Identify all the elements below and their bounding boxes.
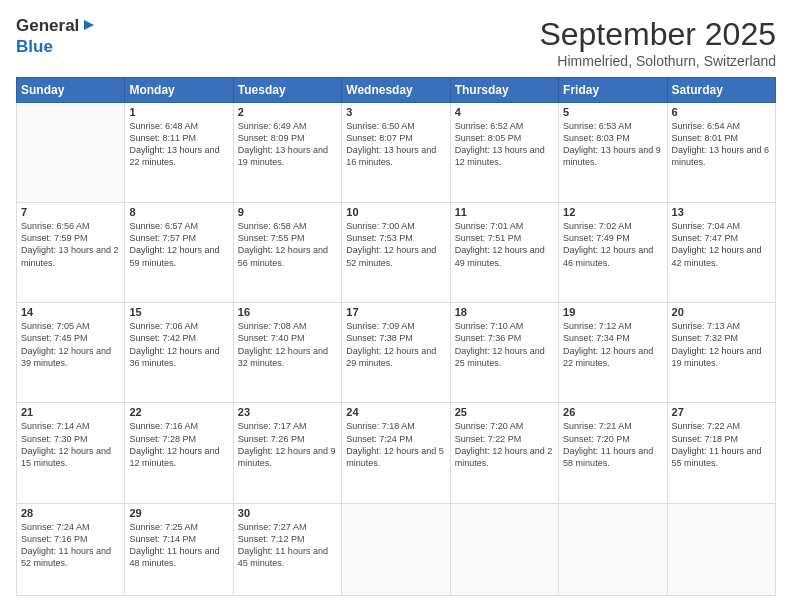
day-info: Sunrise: 7:12 AM Sunset: 7:34 PM Dayligh… — [563, 320, 662, 369]
table-row: 3Sunrise: 6:50 AM Sunset: 8:07 PM Daylig… — [342, 103, 450, 203]
day-info: Sunrise: 7:22 AM Sunset: 7:18 PM Dayligh… — [672, 420, 771, 469]
day-info: Sunrise: 6:49 AM Sunset: 8:09 PM Dayligh… — [238, 120, 337, 169]
day-number: 20 — [672, 306, 771, 318]
day-info: Sunrise: 7:09 AM Sunset: 7:38 PM Dayligh… — [346, 320, 445, 369]
day-info: Sunrise: 7:27 AM Sunset: 7:12 PM Dayligh… — [238, 521, 337, 570]
day-info: Sunrise: 7:14 AM Sunset: 7:30 PM Dayligh… — [21, 420, 120, 469]
table-row: 22Sunrise: 7:16 AM Sunset: 7:28 PM Dayli… — [125, 403, 233, 503]
day-number: 19 — [563, 306, 662, 318]
table-row: 27Sunrise: 7:22 AM Sunset: 7:18 PM Dayli… — [667, 403, 775, 503]
table-row: 12Sunrise: 7:02 AM Sunset: 7:49 PM Dayli… — [559, 203, 667, 303]
table-row: 18Sunrise: 7:10 AM Sunset: 7:36 PM Dayli… — [450, 303, 558, 403]
day-number: 11 — [455, 206, 554, 218]
col-saturday: Saturday — [667, 78, 775, 103]
day-number: 25 — [455, 406, 554, 418]
day-number: 2 — [238, 106, 337, 118]
day-info: Sunrise: 7:18 AM Sunset: 7:24 PM Dayligh… — [346, 420, 445, 469]
day-info: Sunrise: 7:08 AM Sunset: 7:40 PM Dayligh… — [238, 320, 337, 369]
table-row: 6Sunrise: 6:54 AM Sunset: 8:01 PM Daylig… — [667, 103, 775, 203]
day-info: Sunrise: 6:52 AM Sunset: 8:05 PM Dayligh… — [455, 120, 554, 169]
table-row — [342, 503, 450, 595]
calendar-table: Sunday Monday Tuesday Wednesday Thursday… — [16, 77, 776, 596]
day-number: 21 — [21, 406, 120, 418]
col-wednesday: Wednesday — [342, 78, 450, 103]
header: General Blue September 2025 Himmelried, … — [16, 16, 776, 69]
table-row: 15Sunrise: 7:06 AM Sunset: 7:42 PM Dayli… — [125, 303, 233, 403]
day-number: 14 — [21, 306, 120, 318]
table-row: 8Sunrise: 6:57 AM Sunset: 7:57 PM Daylig… — [125, 203, 233, 303]
table-row: 20Sunrise: 7:13 AM Sunset: 7:32 PM Dayli… — [667, 303, 775, 403]
table-row: 25Sunrise: 7:20 AM Sunset: 7:22 PM Dayli… — [450, 403, 558, 503]
table-row: 24Sunrise: 7:18 AM Sunset: 7:24 PM Dayli… — [342, 403, 450, 503]
table-row: 29Sunrise: 7:25 AM Sunset: 7:14 PM Dayli… — [125, 503, 233, 595]
day-number: 6 — [672, 106, 771, 118]
day-info: Sunrise: 6:48 AM Sunset: 8:11 PM Dayligh… — [129, 120, 228, 169]
table-row: 9Sunrise: 6:58 AM Sunset: 7:55 PM Daylig… — [233, 203, 341, 303]
day-info: Sunrise: 6:56 AM Sunset: 7:59 PM Dayligh… — [21, 220, 120, 269]
day-number: 27 — [672, 406, 771, 418]
day-info: Sunrise: 7:06 AM Sunset: 7:42 PM Dayligh… — [129, 320, 228, 369]
day-number: 16 — [238, 306, 337, 318]
day-number: 30 — [238, 507, 337, 519]
logo-blue: Blue — [16, 37, 53, 56]
day-info: Sunrise: 7:13 AM Sunset: 7:32 PM Dayligh… — [672, 320, 771, 369]
table-row: 2Sunrise: 6:49 AM Sunset: 8:09 PM Daylig… — [233, 103, 341, 203]
day-info: Sunrise: 7:01 AM Sunset: 7:51 PM Dayligh… — [455, 220, 554, 269]
day-number: 22 — [129, 406, 228, 418]
page: General Blue September 2025 Himmelried, … — [0, 0, 792, 612]
day-info: Sunrise: 6:53 AM Sunset: 8:03 PM Dayligh… — [563, 120, 662, 169]
day-info: Sunrise: 6:50 AM Sunset: 8:07 PM Dayligh… — [346, 120, 445, 169]
logo-text: General Blue — [16, 16, 98, 57]
col-tuesday: Tuesday — [233, 78, 341, 103]
location-title: Himmelried, Solothurn, Switzerland — [539, 53, 776, 69]
day-info: Sunrise: 7:24 AM Sunset: 7:16 PM Dayligh… — [21, 521, 120, 570]
day-number: 28 — [21, 507, 120, 519]
day-info: Sunrise: 7:16 AM Sunset: 7:28 PM Dayligh… — [129, 420, 228, 469]
table-row: 30Sunrise: 7:27 AM Sunset: 7:12 PM Dayli… — [233, 503, 341, 595]
table-row: 26Sunrise: 7:21 AM Sunset: 7:20 PM Dayli… — [559, 403, 667, 503]
table-row — [559, 503, 667, 595]
day-number: 4 — [455, 106, 554, 118]
table-row: 7Sunrise: 6:56 AM Sunset: 7:59 PM Daylig… — [17, 203, 125, 303]
day-info: Sunrise: 6:54 AM Sunset: 8:01 PM Dayligh… — [672, 120, 771, 169]
day-number: 13 — [672, 206, 771, 218]
table-row: 11Sunrise: 7:01 AM Sunset: 7:51 PM Dayli… — [450, 203, 558, 303]
day-info: Sunrise: 7:00 AM Sunset: 7:53 PM Dayligh… — [346, 220, 445, 269]
table-row: 5Sunrise: 6:53 AM Sunset: 8:03 PM Daylig… — [559, 103, 667, 203]
table-row: 16Sunrise: 7:08 AM Sunset: 7:40 PM Dayli… — [233, 303, 341, 403]
logo-general: General — [16, 16, 79, 35]
day-info: Sunrise: 7:21 AM Sunset: 7:20 PM Dayligh… — [563, 420, 662, 469]
table-row: 13Sunrise: 7:04 AM Sunset: 7:47 PM Dayli… — [667, 203, 775, 303]
title-block: September 2025 Himmelried, Solothurn, Sw… — [539, 16, 776, 69]
day-number: 15 — [129, 306, 228, 318]
col-friday: Friday — [559, 78, 667, 103]
table-row: 23Sunrise: 7:17 AM Sunset: 7:26 PM Dayli… — [233, 403, 341, 503]
day-info: Sunrise: 7:10 AM Sunset: 7:36 PM Dayligh… — [455, 320, 554, 369]
day-info: Sunrise: 7:20 AM Sunset: 7:22 PM Dayligh… — [455, 420, 554, 469]
table-row: 10Sunrise: 7:00 AM Sunset: 7:53 PM Dayli… — [342, 203, 450, 303]
table-row: 17Sunrise: 7:09 AM Sunset: 7:38 PM Dayli… — [342, 303, 450, 403]
day-info: Sunrise: 7:17 AM Sunset: 7:26 PM Dayligh… — [238, 420, 337, 469]
calendar-header-row: Sunday Monday Tuesday Wednesday Thursday… — [17, 78, 776, 103]
month-title: September 2025 — [539, 16, 776, 53]
day-number: 3 — [346, 106, 445, 118]
table-row — [667, 503, 775, 595]
col-sunday: Sunday — [17, 78, 125, 103]
table-row: 14Sunrise: 7:05 AM Sunset: 7:45 PM Dayli… — [17, 303, 125, 403]
table-row: 1Sunrise: 6:48 AM Sunset: 8:11 PM Daylig… — [125, 103, 233, 203]
day-number: 8 — [129, 206, 228, 218]
day-number: 9 — [238, 206, 337, 218]
day-info: Sunrise: 7:04 AM Sunset: 7:47 PM Dayligh… — [672, 220, 771, 269]
day-number: 12 — [563, 206, 662, 218]
logo: General Blue — [16, 16, 98, 57]
day-number: 10 — [346, 206, 445, 218]
day-number: 5 — [563, 106, 662, 118]
day-info: Sunrise: 6:57 AM Sunset: 7:57 PM Dayligh… — [129, 220, 228, 269]
day-number: 7 — [21, 206, 120, 218]
day-number: 17 — [346, 306, 445, 318]
day-number: 24 — [346, 406, 445, 418]
day-number: 1 — [129, 106, 228, 118]
table-row: 4Sunrise: 6:52 AM Sunset: 8:05 PM Daylig… — [450, 103, 558, 203]
day-info: Sunrise: 7:25 AM Sunset: 7:14 PM Dayligh… — [129, 521, 228, 570]
table-row: 19Sunrise: 7:12 AM Sunset: 7:34 PM Dayli… — [559, 303, 667, 403]
